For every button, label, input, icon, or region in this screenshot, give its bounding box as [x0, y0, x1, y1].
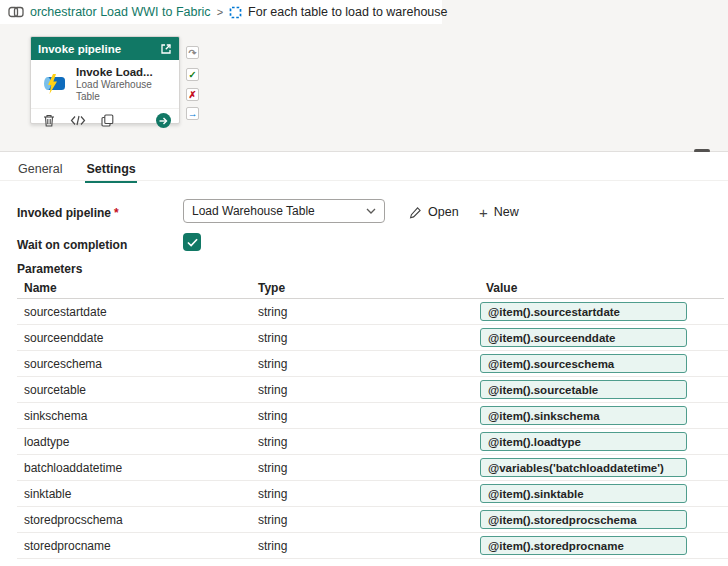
wait-on-completion-label: Wait on completion	[17, 238, 127, 252]
code-icon[interactable]	[70, 115, 86, 126]
parameter-row: sinktable string @item().sinktable	[0, 481, 728, 507]
parameter-type: string	[258, 331, 287, 345]
invoked-pipeline-dropdown[interactable]: Load Warehouse Table	[183, 199, 385, 223]
new-pipeline-button[interactable]: + New	[479, 203, 519, 221]
copy-icon[interactable]	[101, 114, 114, 127]
activity-name: Invoke Load...	[76, 65, 173, 79]
parameter-type: string	[258, 435, 287, 449]
parameters-table: sourcestartdate string @item().sourcesta…	[0, 299, 728, 559]
parameter-type: string	[258, 357, 287, 371]
column-header-value: Value	[486, 281, 517, 295]
parameter-row: sourcetable string @item().sourcetable	[0, 377, 728, 403]
column-header-type: Type	[258, 281, 285, 295]
pipeline-icon	[8, 6, 24, 18]
parameter-value-input[interactable]: @item().sinkschema	[480, 406, 687, 425]
invoked-pipeline-label: Invoked pipeline*	[17, 206, 119, 220]
activity-card-body: Invoke Load... Load Warehouse Table	[31, 60, 179, 106]
parameter-value-input[interactable]: @item().storedprocschema	[480, 510, 687, 529]
parameter-name: sinkschema	[24, 409, 87, 423]
invoked-pipeline-value: Load Warehouse Table	[192, 204, 315, 218]
parameter-name: sourcestartdate	[24, 305, 107, 319]
plus-icon: +	[479, 204, 488, 221]
activity-connector[interactable]: →	[186, 107, 199, 120]
parameter-value-input[interactable]: @item().loadtype	[480, 432, 687, 451]
parameter-type: string	[258, 539, 287, 553]
parameter-value-input[interactable]: @item().sourceschema	[480, 354, 687, 373]
parameters-heading: Parameters	[17, 262, 82, 276]
parameter-value-input[interactable]: @item().sourcestartdate	[480, 302, 687, 321]
parameter-value-input[interactable]: @item().sinktable	[480, 484, 687, 503]
breadcrumb-current: For each table to load to warehouse	[248, 5, 447, 19]
breadcrumb-parent[interactable]: orchestrator Load WWI to Fabric	[30, 5, 211, 19]
breadcrumb: orchestrator Load WWI to Fabric > For ea…	[0, 0, 442, 24]
pencil-icon	[409, 206, 422, 219]
parameter-name: storedprocschema	[24, 513, 123, 527]
parameter-name: sourcetable	[24, 383, 86, 397]
parameter-row: storedprocname string @item().storedproc…	[0, 533, 728, 559]
parameter-value-input[interactable]: @item().sourcetable	[480, 380, 687, 399]
chevron-down-icon	[366, 208, 376, 214]
invoke-pipeline-icon	[40, 73, 68, 95]
invoke-pipeline-activity-card[interactable]: Invoke pipeline Invoke Load... Load Ware…	[30, 36, 180, 124]
open-in-new-icon[interactable]	[160, 43, 172, 55]
parameter-type: string	[258, 487, 287, 501]
activity-type-label: Invoke pipeline	[38, 43, 121, 55]
open-pipeline-button[interactable]: Open	[409, 203, 459, 221]
wait-on-completion-checkbox[interactable]	[183, 233, 201, 251]
parameter-name: storedprocname	[24, 539, 111, 553]
activity-connector[interactable]: ↷	[186, 46, 199, 59]
parameter-name: batchloaddatetime	[24, 461, 122, 475]
parameter-type: string	[258, 305, 287, 319]
parameter-type: string	[258, 461, 287, 475]
activity-card-toolbar	[31, 108, 179, 128]
activity-connector[interactable]: ✓	[186, 68, 199, 81]
parameter-row: sinkschema string @item().sinkschema	[0, 403, 728, 429]
foreach-icon	[229, 6, 242, 19]
parameter-row: sourcestartdate string @item().sourcesta…	[0, 299, 728, 325]
parameter-name: sourceenddate	[24, 331, 103, 345]
parameter-row: storedprocschema string @item().storedpr…	[0, 507, 728, 533]
parameter-name: sourceschema	[24, 357, 102, 371]
required-asterisk: *	[114, 206, 119, 220]
activity-connector[interactable]: ✗	[186, 88, 199, 101]
activity-card-header: Invoke pipeline	[31, 37, 179, 60]
checkmark-icon	[187, 238, 198, 247]
properties-panel: General Settings Invoked pipeline* Load …	[0, 152, 728, 566]
activity-subtitle: Load Warehouse Table	[76, 79, 173, 103]
pipeline-editor: orchestrator Load WWI to Fabric > For ea…	[0, 0, 728, 566]
parameter-row: sourceschema string @item().sourceschema	[0, 351, 728, 377]
parameter-row: batchloaddatetime string @variables('bat…	[0, 455, 728, 481]
delete-icon[interactable]	[43, 114, 55, 127]
breadcrumb-separator: >	[217, 6, 223, 18]
parameter-name: loadtype	[24, 435, 69, 449]
tabs-rule	[0, 180, 728, 181]
parameter-value-input[interactable]: @item().sourceenddate	[480, 328, 687, 347]
parameter-type: string	[258, 409, 287, 423]
parameter-row: sourceenddate string @item().sourceendda…	[0, 325, 728, 351]
add-next-activity-icon[interactable]	[156, 113, 171, 128]
column-header-name: Name	[24, 281, 57, 295]
parameter-name: sinktable	[24, 487, 71, 501]
parameter-row: loadtype string @item().loadtype	[0, 429, 728, 455]
parameter-type: string	[258, 513, 287, 527]
parameter-value-input[interactable]: @variables('batchloaddatetime')	[480, 458, 687, 477]
parameter-value-input[interactable]: @item().storedprocname	[480, 536, 687, 555]
parameter-type: string	[258, 383, 287, 397]
